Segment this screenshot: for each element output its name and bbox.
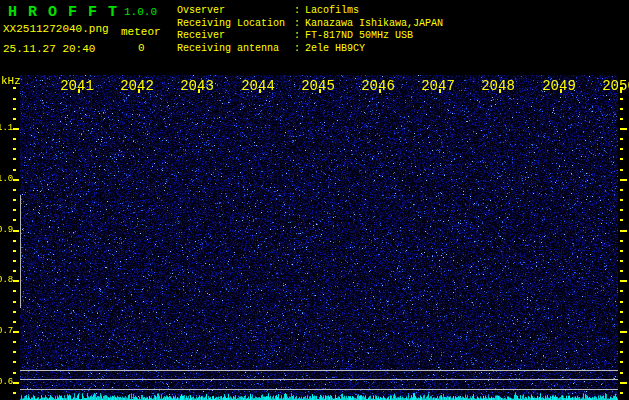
freq-tick-left bbox=[13, 87, 16, 89]
freq-tick-right bbox=[620, 301, 623, 303]
station-info-value: FT-817ND 50MHz USB bbox=[305, 30, 413, 41]
freq-tick-label: 1.0 bbox=[0, 175, 13, 184]
time-tick-label: 2044 bbox=[238, 79, 278, 93]
freq-tick-left bbox=[13, 98, 16, 100]
freq-tick-left bbox=[13, 148, 16, 150]
freq-tick-left bbox=[13, 361, 16, 363]
station-info-label: Receiving antenna bbox=[177, 43, 294, 56]
meteor-counter-value: 0 bbox=[138, 42, 145, 54]
freq-tick-left bbox=[13, 189, 16, 191]
freq-tick-label: 0.8 bbox=[0, 276, 13, 285]
station-info-value: 2ele HB9CY bbox=[305, 43, 365, 54]
station-info-label: Receiving Location bbox=[177, 18, 294, 31]
freq-tick-right bbox=[620, 382, 627, 384]
freq-tick-right bbox=[620, 270, 623, 272]
time-tick-label: 2042 bbox=[117, 79, 157, 93]
freq-tick-left bbox=[13, 392, 16, 394]
freq-tick-right bbox=[620, 108, 623, 110]
frequency-axis-unit-label: kHz bbox=[1, 76, 21, 87]
freq-tick-right bbox=[620, 148, 623, 150]
freq-tick-left bbox=[13, 280, 19, 282]
freq-tick-left bbox=[13, 270, 16, 272]
freq-tick-right bbox=[620, 209, 623, 211]
freq-tick-left bbox=[13, 311, 16, 313]
freq-tick-right bbox=[620, 169, 623, 171]
station-info-colon: : bbox=[294, 43, 305, 56]
freq-tick-right bbox=[620, 260, 623, 262]
app-title: H R O F F T bbox=[8, 4, 118, 21]
freq-tick-label: 0.7 bbox=[0, 327, 13, 336]
freq-tick-left bbox=[13, 209, 16, 211]
freq-tick-left bbox=[13, 250, 16, 252]
freq-tick-label: 0.6 bbox=[0, 378, 13, 387]
freq-tick-right bbox=[620, 361, 623, 363]
freq-tick-left bbox=[13, 108, 16, 110]
station-info-row: Receiving antenna:2ele HB9CY bbox=[177, 43, 443, 56]
freq-tick-left bbox=[13, 138, 16, 140]
station-info-block: Ovserver:LacofilmsReceiving Location:Kan… bbox=[177, 5, 443, 55]
freq-tick-right bbox=[620, 128, 627, 130]
record-datetime: 25.11.27 20:40 bbox=[3, 43, 95, 55]
freq-tick-right bbox=[620, 321, 623, 323]
time-tick-label: 2045 bbox=[298, 79, 338, 93]
time-tick-label: 2048 bbox=[478, 79, 518, 93]
freq-tick-right bbox=[620, 392, 623, 394]
freq-tick-right bbox=[620, 311, 623, 313]
station-info-label: Receiver bbox=[177, 30, 294, 43]
freq-tick-left bbox=[13, 321, 16, 323]
freq-tick-left bbox=[13, 341, 16, 343]
hrofft-window: H R O F F T 1.0.0 XX2511272040.png meteo… bbox=[0, 0, 629, 400]
station-info-colon: : bbox=[294, 18, 305, 31]
station-info-row: Ovserver:Lacofilms bbox=[177, 5, 443, 18]
time-tick-label: 2041 bbox=[57, 79, 97, 93]
freq-tick-left bbox=[13, 382, 19, 384]
station-info-label: Ovserver bbox=[177, 5, 294, 18]
station-info-colon: : bbox=[294, 5, 305, 18]
freq-tick-right bbox=[620, 280, 627, 282]
freq-tick-left bbox=[13, 199, 16, 201]
freq-tick-right bbox=[620, 118, 623, 120]
station-info-row: Receiving Location:Kanazawa Ishikawa,JAP… bbox=[177, 18, 443, 31]
freq-tick-left bbox=[13, 351, 16, 353]
meteor-counter-label: meteor bbox=[121, 26, 161, 38]
time-tick-label: 2049 bbox=[539, 79, 579, 93]
time-tick-label: 2046 bbox=[358, 79, 398, 93]
freq-tick-right bbox=[620, 189, 623, 191]
station-info-value: Lacofilms bbox=[305, 5, 359, 16]
app-version: 1.0.0 bbox=[124, 6, 157, 18]
freq-tick-right bbox=[620, 372, 623, 374]
freq-tick-left bbox=[13, 219, 16, 221]
freq-tick-right bbox=[620, 290, 623, 292]
freq-tick-label: 0.9 bbox=[0, 226, 13, 235]
freq-tick-left bbox=[13, 158, 16, 160]
freq-tick-left bbox=[13, 372, 16, 374]
freq-tick-label: 1.1 bbox=[0, 124, 13, 133]
freq-tick-left bbox=[13, 128, 19, 130]
time-tick-label: 2043 bbox=[177, 79, 217, 93]
time-tick-label: 2050 bbox=[599, 79, 629, 93]
freq-tick-right bbox=[620, 230, 627, 232]
freq-tick-left bbox=[13, 290, 16, 292]
freq-tick-right bbox=[620, 98, 623, 100]
freq-tick-right bbox=[620, 138, 623, 140]
freq-tick-left bbox=[13, 169, 16, 171]
freq-tick-right bbox=[620, 250, 623, 252]
time-tick-label: 2047 bbox=[418, 79, 458, 93]
freq-tick-right bbox=[620, 240, 623, 242]
freq-tick-right bbox=[620, 179, 627, 181]
freq-tick-left bbox=[13, 240, 16, 242]
freq-tick-left bbox=[13, 118, 16, 120]
spectrogram-canvas bbox=[20, 75, 618, 400]
freq-tick-left bbox=[13, 331, 19, 333]
freq-tick-right bbox=[620, 341, 623, 343]
station-info-value: Kanazawa Ishikawa,JAPAN bbox=[305, 18, 443, 29]
freq-tick-right bbox=[620, 199, 623, 201]
freq-tick-right bbox=[620, 351, 623, 353]
freq-tick-right bbox=[620, 158, 623, 160]
station-info-colon: : bbox=[294, 30, 305, 43]
freq-tick-left bbox=[13, 260, 16, 262]
freq-tick-right bbox=[620, 219, 623, 221]
freq-tick-left bbox=[13, 230, 19, 232]
freq-tick-left bbox=[13, 179, 19, 181]
freq-tick-right bbox=[620, 331, 627, 333]
